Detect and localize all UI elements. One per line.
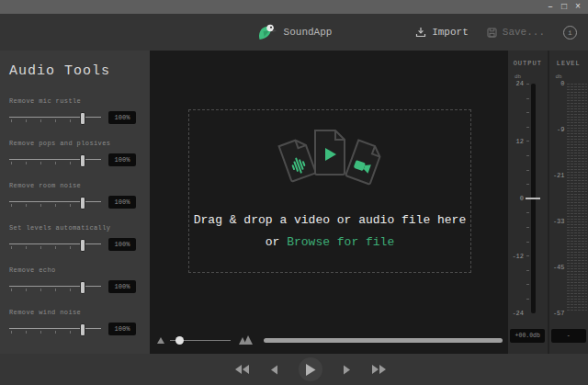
volume-slider[interactable] [170, 334, 231, 345]
output-meter: OUTPUT db 24120-12-24 +00.0db [508, 51, 548, 354]
import-icon [415, 27, 426, 38]
app-name: SoundApp [284, 27, 333, 38]
transport-bar [0, 354, 588, 385]
tool-value[interactable]: 100% [108, 238, 136, 251]
close-button[interactable]: × [575, 3, 581, 12]
tool-value[interactable]: 100% [108, 111, 136, 124]
meter-tick-label: -24 [508, 310, 524, 317]
tool-label: Remove pops and plosives [9, 140, 139, 147]
media-files-icon [249, 118, 411, 206]
import-label: Import [432, 27, 469, 38]
fast-forward-button[interactable] [371, 364, 388, 375]
rewind-button[interactable] [233, 364, 250, 375]
audio-tool: Remove room noise 100% [9, 182, 139, 209]
save-icon [487, 28, 497, 38]
previous-button[interactable] [270, 365, 278, 375]
header-actions: Import Save... i [415, 14, 577, 51]
level-led-strip [567, 84, 587, 311]
meter-tick-label: 24 [508, 80, 524, 87]
output-meter-unit: db [514, 74, 548, 80]
play-icon [305, 364, 316, 376]
level-meter: LEVEL db 0-9-21-33-45-57 - [549, 51, 588, 354]
dropzone-text: Drag & drop a video or audio file here [189, 213, 470, 227]
transport-controls [233, 357, 388, 381]
audio-tool: Remove mic rustle 100% [9, 97, 139, 124]
tool-label: Set levels automatically [9, 224, 139, 232]
fast-forward-icon [371, 364, 388, 375]
player-row [157, 334, 503, 346]
app-header: SoundApp Import [0, 14, 588, 51]
tool-value[interactable]: 100% [108, 196, 136, 209]
tool-slider-handle[interactable] [80, 239, 85, 252]
tool-label: Remove echo [9, 266, 139, 274]
app-logo: SoundApp [256, 14, 333, 51]
output-readout: +00.0db [510, 329, 545, 343]
minimize-button[interactable]: – [548, 3, 553, 12]
tool-slider-ticks [11, 162, 99, 164]
sidebar-title: Audio Tools [9, 63, 139, 79]
maximize-button[interactable]: □ [561, 3, 567, 12]
save-label: Save... [503, 27, 545, 38]
play-button[interactable] [299, 357, 322, 381]
meter-tick-label: -21 [549, 172, 565, 179]
tool-slider-track [9, 243, 101, 244]
dropzone-subtext: or Browse for file [189, 235, 470, 249]
tool-slider[interactable] [9, 196, 101, 209]
level-readout: - [551, 329, 586, 343]
tool-slider-ticks [11, 204, 99, 207]
output-slider-handle[interactable] [526, 198, 540, 199]
tool-label: Remove mic rustle [9, 97, 139, 105]
meter-tick-label: -33 [549, 218, 565, 225]
import-button[interactable]: Import [415, 27, 469, 38]
tool-slider-handle[interactable] [80, 112, 85, 125]
tool-slider-ticks [11, 246, 99, 249]
info-button[interactable]: i [563, 26, 577, 40]
audio-tool: Remove echo 100% [9, 266, 139, 293]
meters-panel: OUTPUT db 24120-12-24 +00.0db LEVEL db 0… [508, 51, 588, 354]
or-text: or [266, 235, 280, 249]
tool-slider-handle[interactable] [80, 323, 85, 336]
level-meter-unit: db [556, 74, 588, 80]
meter-tick-label: -57 [549, 310, 565, 317]
tool-slider[interactable] [9, 153, 101, 166]
audio-tool: Remove pops and plosives 100% [9, 140, 139, 166]
next-button[interactable] [343, 365, 351, 375]
dropzone[interactable]: Drag & drop a video or audio file here o… [188, 109, 471, 273]
tool-slider-ticks [11, 289, 99, 291]
tool-slider[interactable] [9, 238, 101, 251]
tool-slider-handle[interactable] [80, 154, 85, 167]
tool-label: Remove wind noise [9, 309, 139, 316]
volume-low-icon [157, 336, 164, 344]
volume-knob[interactable] [175, 336, 184, 345]
meter-tick-label: 0 [549, 80, 565, 87]
tool-slider-ticks [11, 331, 99, 334]
audio-tool: Set levels automatically 100% [9, 224, 139, 251]
meter-tick-label: -45 [549, 264, 565, 271]
info-icon: i [568, 28, 572, 37]
browse-for-file-link[interactable]: Browse for file [287, 235, 394, 249]
main-area: Drag & drop a video or audio file here o… [150, 51, 508, 354]
tool-value[interactable]: 100% [108, 280, 136, 293]
bird-logo-icon [256, 23, 277, 41]
tool-value[interactable]: 100% [108, 323, 136, 335]
meter-tick-label: 12 [508, 138, 524, 145]
output-meter-title: OUTPUT [508, 60, 548, 67]
tool-slider-track [9, 328, 101, 329]
tool-slider[interactable] [9, 280, 101, 293]
save-button[interactable]: Save... [487, 27, 545, 38]
sidebar-audio-tools: Audio Tools Remove mic rustle 100% Remov… [0, 51, 150, 354]
tool-slider[interactable] [9, 323, 101, 335]
tool-slider-handle[interactable] [80, 281, 85, 294]
seek-bar[interactable] [264, 338, 503, 343]
tool-slider-handle[interactable] [80, 197, 85, 209]
soundapp-window: – □ × SoundApp Import [0, 0, 588, 385]
titlebar: – □ × [0, 0, 588, 14]
previous-icon [270, 365, 278, 375]
tool-slider[interactable] [9, 111, 101, 124]
tools-list: Remove mic rustle 100% Remove pops and p… [9, 97, 139, 335]
meter-tick-label: 0 [508, 195, 524, 202]
content: Audio Tools Remove mic rustle 100% Remov… [0, 51, 588, 354]
tool-slider-track [9, 201, 101, 202]
meter-tick-label: -9 [549, 126, 565, 133]
tool-value[interactable]: 100% [108, 153, 136, 166]
